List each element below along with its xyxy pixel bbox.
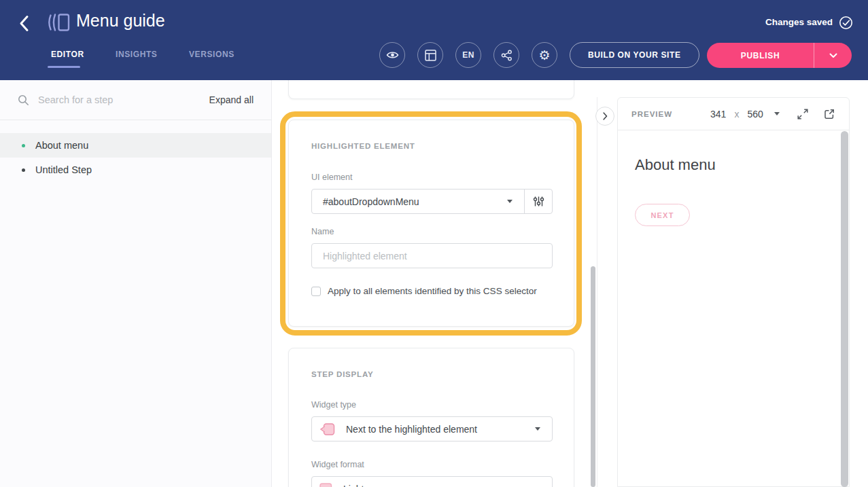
layout-icon (425, 50, 436, 61)
widget-type-select-value: Next to the highlighted element (335, 424, 535, 435)
top-navigation-bar: Menu guide EDITOR INSIGHTS VERSIONS EN (0, 0, 868, 80)
share-icon (501, 50, 513, 61)
preview-actions (797, 108, 835, 120)
ui-element-select-value: #aboutDropdownMenu (312, 196, 507, 207)
language-button[interactable]: EN (455, 42, 481, 68)
element-name-input[interactable] (311, 243, 553, 268)
tab-versions[interactable]: VERSIONS (189, 50, 235, 59)
expand-arrows-icon (797, 108, 809, 120)
step-search-row: Expand all (0, 80, 271, 120)
back-chevron-icon (19, 15, 29, 32)
step-search-input[interactable] (38, 94, 209, 105)
name-label: Name (311, 227, 334, 236)
apply-to-all-checkbox-row[interactable]: Apply to all elements identified by this… (311, 286, 537, 296)
section-title: STEP DISPLAY (311, 370, 373, 378)
tab-editor[interactable]: EDITOR (51, 50, 84, 59)
step-status-dot (22, 144, 25, 147)
chevron-down-icon (507, 200, 513, 203)
preview-next-button[interactable]: NEXT (635, 204, 690, 226)
publish-dropdown-toggle[interactable] (814, 43, 852, 68)
eye-icon (386, 50, 399, 60)
search-icon (18, 94, 29, 106)
save-status-text: Changes saved (765, 17, 833, 27)
active-tab-underline (48, 66, 80, 68)
guide-cards-icon (47, 12, 70, 35)
chevron-down-icon (774, 112, 780, 115)
editor-scrollbar-thumb[interactable] (591, 266, 595, 487)
ui-element-select[interactable]: #aboutDropdownMenu (311, 189, 553, 214)
widget-format-label: Widget format (311, 460, 364, 469)
steps-sidebar: Expand all About menu Untitled Step (0, 80, 272, 487)
widget-type-select[interactable]: Next to the highlighted element (311, 416, 553, 441)
build-on-your-site-button[interactable]: BUILD ON YOUR SITE (570, 42, 699, 68)
preview-scrollbar-thumb[interactable] (841, 131, 848, 487)
widget-format-select[interactable]: Light (311, 476, 553, 487)
section-title: HIGHLIGHTED ELEMENT (311, 142, 415, 150)
expand-all-button[interactable]: Expand all (209, 94, 254, 105)
publish-split-button[interactable]: PUBLISH (707, 43, 852, 68)
sliders-icon (533, 196, 544, 207)
external-link-icon (823, 108, 835, 120)
preview-step-title: About menu (635, 156, 716, 174)
step-display-card: STEP DISPLAY Widget type Next to the hig… (288, 348, 574, 487)
highlighted-element-card: HIGHLIGHTED ELEMENT UI element #aboutDro… (288, 120, 574, 327)
preview-viewport: About menu NEXT (618, 130, 849, 487)
widget-format-select-value: Light (332, 484, 535, 487)
preview-size-select[interactable]: 341 x 560 (710, 109, 780, 120)
back-button[interactable] (19, 14, 34, 32)
tooltip-widget-icon (319, 422, 335, 436)
dimension-separator: x (734, 109, 739, 120)
preview-fullscreen-button[interactable] (797, 108, 809, 120)
preview-eye-button[interactable] (379, 42, 405, 68)
check-circle-icon (839, 16, 853, 33)
preview-title: PREVIEW (631, 110, 672, 118)
page-title: Menu guide (76, 11, 165, 31)
apply-to-all-checkbox-label: Apply to all elements identified by this… (328, 286, 537, 296)
gear-icon: ⚙ (538, 49, 550, 62)
layout-button[interactable] (417, 42, 443, 68)
settings-button[interactable]: ⚙ (532, 42, 557, 68)
chevron-down-icon (829, 53, 837, 58)
selector-advanced-options-button[interactable] (525, 190, 552, 213)
preview-collapse-toggle[interactable] (595, 107, 614, 126)
widget-format-icon (319, 483, 332, 487)
step-item-about-menu[interactable]: About menu (0, 133, 271, 158)
editor-panel-divider (597, 97, 597, 487)
language-label: EN (462, 50, 474, 60)
step-item-label: About menu (35, 140, 88, 151)
preview-width-value: 341 (710, 109, 726, 120)
tab-insights[interactable]: INSIGHTS (116, 50, 157, 59)
share-button[interactable] (493, 42, 519, 68)
preview-header: PREVIEW 341 x 560 (618, 98, 849, 130)
step-item-label: Untitled Step (35, 164, 92, 175)
step-status-dot (22, 168, 25, 172)
publish-button-label: PUBLISH (707, 43, 814, 68)
chevron-right-icon (603, 112, 608, 120)
widget-type-label: Widget type (311, 400, 356, 410)
preview-panel: PREVIEW 341 x 560 (617, 97, 850, 487)
step-item-untitled-step[interactable]: Untitled Step (0, 158, 271, 182)
apply-to-all-checkbox[interactable] (311, 287, 321, 296)
ui-element-label: UI element (311, 173, 352, 182)
chevron-down-icon (535, 427, 540, 431)
step-list: About menu Untitled Step (0, 120, 271, 182)
preview-height-value: 560 (747, 109, 763, 120)
open-in-new-window-button[interactable] (823, 108, 835, 120)
